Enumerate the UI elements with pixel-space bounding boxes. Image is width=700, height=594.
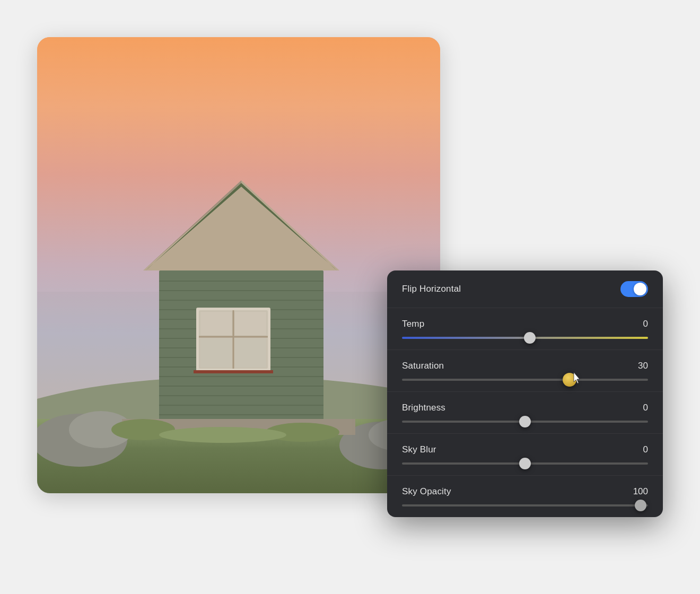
sky-opacity-slider-container[interactable] (402, 504, 648, 506)
photo-card (37, 37, 440, 493)
svg-point-39 (159, 427, 286, 443)
brightness-track[interactable] (402, 421, 648, 423)
sky-opacity-thumb[interactable] (635, 500, 646, 511)
saturation-label: Saturation (402, 361, 444, 371)
sky-blur-header: Sky Blur 0 (402, 444, 648, 455)
brightness-slider-container[interactable] (402, 421, 648, 423)
flip-horizontal-header: Flip Horizontal (402, 281, 648, 297)
sky-blur-row: Sky Blur 0 (387, 434, 663, 476)
temp-row: Temp 0 (387, 308, 663, 350)
saturation-thumb[interactable] (563, 373, 576, 387)
svg-rect-34 (235, 338, 266, 367)
temp-header: Temp 0 (402, 319, 648, 329)
toggle-knob (634, 283, 646, 295)
sky-opacity-label: Sky Opacity (402, 486, 451, 497)
temp-value: 0 (643, 319, 648, 329)
brightness-thumb[interactable] (519, 416, 531, 427)
flip-horizontal-toggle[interactable] (620, 281, 648, 297)
temp-label: Temp (402, 319, 424, 329)
sky-opacity-value: 100 (633, 486, 648, 497)
controls-panel: Flip Horizontal Temp 0 Saturation 30 (387, 270, 663, 517)
saturation-track[interactable] (402, 379, 648, 381)
brightness-value: 0 (643, 403, 648, 413)
sky-blur-slider-container[interactable] (402, 462, 648, 465)
svg-rect-31 (200, 312, 232, 335)
svg-rect-32 (235, 312, 266, 335)
svg-rect-33 (200, 338, 232, 367)
saturation-slider-container[interactable] (402, 379, 648, 381)
brightness-label: Brightness (402, 403, 445, 413)
flip-horizontal-label: Flip Horizontal (402, 284, 461, 294)
svg-rect-35 (194, 370, 273, 373)
saturation-row: Saturation 30 (387, 350, 663, 392)
flip-horizontal-row: Flip Horizontal (387, 270, 663, 308)
sky-opacity-track[interactable] (402, 504, 648, 506)
sky-opacity-row: Sky Opacity 100 (387, 476, 663, 517)
sky-blur-track[interactable] (402, 462, 648, 465)
brightness-header: Brightness 0 (402, 403, 648, 413)
sky-blur-thumb[interactable] (519, 458, 531, 469)
saturation-value: 30 (638, 361, 648, 371)
temp-track[interactable] (402, 337, 648, 339)
sky-blur-value: 0 (643, 444, 648, 455)
temp-thumb[interactable] (524, 332, 536, 344)
brightness-row: Brightness 0 (387, 392, 663, 434)
sky-opacity-header: Sky Opacity 100 (402, 486, 648, 497)
sky-blur-label: Sky Blur (402, 444, 436, 455)
temp-slider-container[interactable] (402, 337, 648, 339)
saturation-header: Saturation 30 (402, 361, 648, 371)
